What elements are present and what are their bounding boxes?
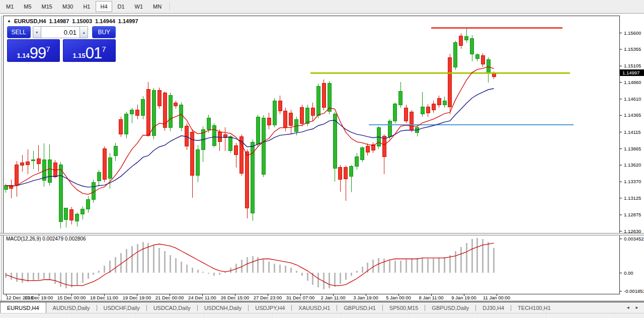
timeframe-button-m5[interactable]: M5: [19, 1, 36, 12]
sell-button[interactable]: SELL: [7, 26, 31, 38]
candle-bear: [437, 98, 441, 105]
timeframe-button-m1[interactable]: M1: [2, 1, 18, 12]
macd-bar: [197, 270, 199, 273]
timeframe-button-h4[interactable]: H4: [96, 1, 112, 12]
timeframe-button-m30[interactable]: M30: [58, 1, 77, 12]
macd-bar: [181, 262, 182, 273]
macd-bar: [351, 273, 352, 276]
macd-bar: [389, 260, 390, 273]
macd-bar: [345, 273, 347, 280]
macd-bar: [290, 268, 292, 273]
candle-bear: [246, 151, 249, 208]
candle-bull: [262, 118, 265, 174]
candle-bear: [21, 163, 24, 166]
macd-bar: [279, 265, 281, 273]
macd-bar: [274, 264, 275, 273]
tab-xauusd-h1[interactable]: XAUUSD,H1: [292, 302, 337, 313]
collapse-triangle-icon[interactable]: ▲: [7, 19, 11, 23]
candle-bull: [130, 110, 134, 114]
bid-price-point: 7: [46, 45, 50, 53]
buy-button[interactable]: BUY: [92, 26, 116, 38]
macd-bar: [406, 260, 407, 273]
candle-bear: [366, 146, 369, 152]
candle-bull: [212, 125, 216, 145]
macd-bar: [202, 272, 204, 273]
candle-bull: [196, 149, 200, 176]
candle-bear: [278, 101, 282, 111]
macd-bar: [208, 273, 209, 274]
tab-sp500-m15[interactable]: SP500,M15: [383, 302, 425, 313]
macd-bar: [417, 258, 418, 273]
chart-tab-bar: EURUSD,H4AUDUSD,DailyUSDCHF,DailyUSDCAD,…: [0, 302, 644, 313]
macd-bar: [482, 239, 484, 273]
tab-eurusd-h4[interactable]: EURUSD,H4: [0, 302, 46, 313]
candle-bull: [361, 147, 364, 160]
timeframe-button-h1[interactable]: H1: [78, 1, 95, 12]
timeframe-button-w1[interactable]: W1: [130, 1, 148, 12]
time-axis-label: 2 Jan 11:00: [321, 295, 346, 300]
volume-decrease-button[interactable]: ▾: [33, 26, 41, 38]
macd-bar: [109, 261, 111, 273]
volume-increase-button[interactable]: ▴: [80, 26, 88, 38]
candle-bull: [92, 182, 95, 199]
tab-gbpusd-daily[interactable]: GBPUSD,Daily: [425, 302, 475, 313]
price-axis-label: 1.15105: [624, 63, 641, 68]
candle-bear: [300, 108, 304, 124]
macd-bar: [213, 273, 215, 276]
candle-bull: [169, 96, 172, 128]
timeframe-button-d1[interactable]: D1: [113, 1, 129, 12]
chart-title: ▲ EURUSD,H4 1.14987 1.15003 1.14944 1.14…: [7, 18, 138, 24]
bid-price-tile[interactable]: 1.14 99 7: [7, 39, 60, 62]
time-axis-label: 13 Dec 19:00: [25, 295, 53, 300]
macd-bar: [411, 259, 413, 273]
timeframe-button-mn[interactable]: MN: [148, 1, 166, 12]
tab-scroll-left-icon[interactable]: ◄: [626, 305, 630, 310]
candle-bear: [322, 84, 326, 108]
volume-input[interactable]: [41, 26, 80, 38]
ask-price-tile[interactable]: 1.15 01 7: [63, 39, 116, 62]
macd-bar: [455, 251, 456, 273]
macd-bar: [65, 273, 67, 288]
timeframe-button-m15[interactable]: M15: [37, 1, 57, 12]
candle-bull: [475, 55, 479, 59]
price-axis-label: 1.12875: [624, 212, 641, 217]
candle-bear: [157, 90, 161, 106]
macd-bar: [93, 273, 94, 275]
macd-bar: [422, 258, 423, 273]
macd-bar: [104, 266, 105, 273]
macd-bar: [131, 246, 133, 273]
tab-usdchf-daily[interactable]: USDCHF,Daily: [97, 302, 146, 313]
tab-dj30-h4[interactable]: DJ30,H4: [476, 302, 511, 313]
macd-bar: [137, 244, 138, 273]
candle-bull: [59, 165, 62, 222]
macd-bar: [60, 273, 61, 287]
macd-bar: [158, 248, 160, 273]
macd-bar: [153, 245, 154, 273]
tab-audusd-daily[interactable]: AUDUSD,Daily: [46, 302, 97, 313]
macd-bar: [219, 273, 220, 275]
macd-bar: [394, 261, 396, 273]
macd-bar: [488, 242, 489, 273]
time-axis-label: 31 Dec 07:00: [286, 295, 315, 300]
macd-bar: [493, 248, 495, 273]
macd-bar: [49, 273, 50, 280]
price-axis-label: 1.15600: [624, 30, 641, 36]
price-axis-label: 1.14365: [624, 112, 641, 118]
tab-usdcad-daily[interactable]: USDCAD,Daily: [147, 302, 197, 313]
tab-usdcnh-daily[interactable]: USDCNH,Daily: [198, 302, 249, 313]
candle-bull: [355, 157, 359, 167]
tab-tech100-h1[interactable]: TECH100,H1: [511, 302, 557, 313]
macd-bar: [164, 251, 166, 273]
tab-gbpusd-h1[interactable]: GBPUSD,H1: [337, 302, 382, 313]
candle-bear: [339, 168, 342, 180]
macd-axis-label: 0.003452: [624, 236, 644, 242]
candle-bear: [405, 108, 408, 121]
macd-bar: [192, 268, 193, 273]
candle-bull: [273, 101, 276, 125]
candle-bear: [218, 132, 221, 142]
timeframe-toolbar: M1M5M15M30H1H4D1W1MN: [0, 0, 644, 14]
tab-scroll-right-icon[interactable]: ►: [635, 305, 639, 310]
ohlc-high: 1.15003: [72, 18, 92, 24]
tab-usdjpy-h4[interactable]: USDJPY,H4: [249, 302, 291, 313]
candle-bull: [393, 104, 397, 121]
